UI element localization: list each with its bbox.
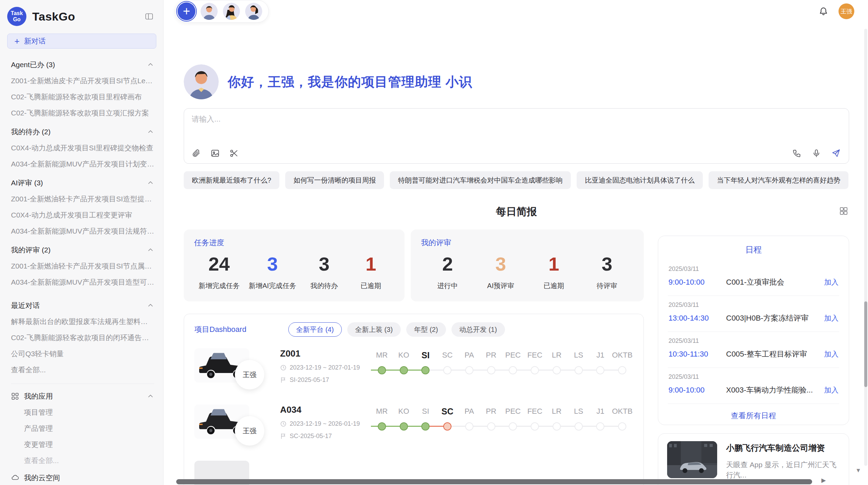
sidebar-item[interactable]: A034-全新新能源MUV产品开发项目造型可行性评审 <box>11 277 154 287</box>
sidebar-app-item[interactable]: 查看全部... <box>24 456 154 465</box>
sidebar-app-item[interactable]: 变更管理 <box>24 440 154 449</box>
send-icon[interactable] <box>831 149 841 158</box>
sidebar-item[interactable]: A034-全新新能源MUV产品开发项目法规符合性评审 <box>11 226 154 236</box>
schedule-title: X003-车辆动力学性能验... <box>726 385 824 395</box>
sidebar-item[interactable]: C02-飞腾新能源轻客改款项目立项汇报方案 <box>11 108 154 118</box>
join-meeting-link[interactable]: 加入 <box>824 385 839 395</box>
news-card[interactable]: 小鹏飞行汽车制造公司增资 天眼查 App 显示，近日广州汇天飞行汽... <box>658 433 849 485</box>
daily-briefing-title: 每日简报 <box>496 206 537 217</box>
topbar: + 王强 <box>164 0 868 23</box>
scroll-right-arrow-icon[interactable]: ▶ <box>821 477 826 484</box>
add-agent-button[interactable]: + <box>178 2 195 20</box>
greeting-text: 你好，王强，我是你的项目管理助理 小识 <box>228 73 472 91</box>
schedule-item: 2025/03/11 9:00-10:00 C001-立项审批会 加入 <box>668 260 839 296</box>
suggestion-chip[interactable]: 特朗普可能对进口汽车增税会对中国车企造成哪些影响 <box>390 171 571 189</box>
project-row-z001[interactable]: 王强 Z001 2023-12-19 ~ 2027-01-19 <box>194 348 633 393</box>
vertical-scrollbar-thumb[interactable] <box>864 301 867 387</box>
dashboard-filter-tab[interactable]: 动总开发 (1) <box>451 322 505 337</box>
sidebar-item[interactable]: 查看全部... <box>11 365 154 375</box>
image-icon[interactable] <box>210 149 220 158</box>
vertical-scrollbar-track[interactable] <box>864 29 867 466</box>
sidebar-item[interactable]: C0X4-动力总成开发项目工程变更评审 <box>11 210 154 220</box>
main-area: + 王强 <box>164 0 868 485</box>
flag-icon <box>280 433 287 439</box>
sidebar-item[interactable]: 公司Q3轻卡销量 <box>11 349 154 359</box>
stat-item: 1 已逾期 <box>535 253 573 290</box>
milestone-dot <box>596 366 604 374</box>
milestone-LS: LS <box>568 406 590 449</box>
project-dates: 2023-12-19 ~ 2026-01-19 <box>290 420 360 427</box>
schedule-title: C005-整车工程目标评审 <box>726 349 824 359</box>
phone-icon[interactable] <box>792 149 801 158</box>
scroll-down-arrow-icon[interactable]: ▼ <box>855 467 861 474</box>
join-meeting-link[interactable]: 加入 <box>824 313 839 323</box>
suggestion-chip[interactable]: 欧洲新规最近颁布了什么? <box>184 171 279 189</box>
agent-avatar-3[interactable] <box>245 3 262 20</box>
my-apps-header[interactable]: 我的应用 <box>11 391 154 401</box>
sidebar-item-cloud-space[interactable]: 我的云空间 <box>11 473 154 483</box>
sidebar-app-item[interactable]: 产品管理 <box>24 424 154 433</box>
new-chat-button[interactable]: + 新对话 <box>7 34 156 49</box>
stat-label: 待评审 <box>588 281 626 290</box>
stat-item: 3 我的待办 <box>305 253 343 290</box>
milestone-timeline: MRKOSISCPAPRPECFECLRLSJ1OKTB <box>371 405 633 449</box>
microphone-icon[interactable] <box>812 149 821 158</box>
project-row-a034[interactable]: 王强 A034 2023-12-19 ~ 2026-01-19 <box>194 405 633 449</box>
sidebar-item[interactable]: Z001-全新燃油轻卡产品开发项目SI节点属性5D文件评审 <box>11 261 154 271</box>
suggestion-chip[interactable]: 如何写一份清晰的项目周报 <box>285 171 384 189</box>
attachment-icon[interactable] <box>192 149 201 158</box>
milestone-dot <box>378 422 386 431</box>
composer-input[interactable] <box>192 114 841 143</box>
agent-avatar-2[interactable] <box>223 3 240 20</box>
stat-value: 1 <box>535 253 573 275</box>
suggestion-chip[interactable]: 比亚迪全固态电池计划具体说了什么 <box>577 171 703 189</box>
suggestion-chips: 欧洲新规最近颁布了什么? 如何写一份清晰的项目周报 特朗普可能对进口汽车增税会对… <box>184 171 849 189</box>
sidebar-item[interactable]: A034-全新新能源MUV产品开发项目计划变更表编写 <box>11 159 154 169</box>
section-header-recent-chats[interactable]: 最近对话 <box>11 301 154 310</box>
milestone-dot <box>531 366 539 374</box>
schedule-date: 2025/03/11 <box>668 265 839 273</box>
section-header-agent-done[interactable]: Agent已办 (3) <box>11 60 154 70</box>
user-avatar[interactable]: 王强 <box>839 3 854 19</box>
milestone-dot <box>421 422 430 431</box>
sidebar-item[interactable]: C0X4-动力总成开发项目SI里程碑提交物检查 <box>11 143 154 153</box>
milestone-FEC: FEC <box>524 350 546 393</box>
section-title: 我的待办 (2) <box>11 127 51 137</box>
join-meeting-link[interactable]: 加入 <box>824 277 839 287</box>
sidebar-item[interactable]: Z001-全新燃油皮卡产品开发项目SI节点Lesson Learn报告 <box>11 76 154 86</box>
section-title: 最近对话 <box>11 301 40 310</box>
stat-label: AI预评审 <box>482 281 520 290</box>
milestone-dot <box>465 366 473 374</box>
scissors-icon[interactable] <box>229 149 239 158</box>
schedule-time: 10:30-11:30 <box>668 350 726 359</box>
section-header-my-review[interactable]: 我的评审 (2) <box>11 245 154 255</box>
section-header-ai-review[interactable]: AI评审 (3) <box>11 178 154 188</box>
sidebar-item[interactable]: 解释最新出台的欧盟报废车法规再生塑料比例被调至15%... <box>11 317 154 326</box>
schedule-time: 13:00-14:30 <box>668 314 726 323</box>
schedule-title: C003|H0B-方案冻结评审 <box>726 313 824 323</box>
view-all-schedule-link[interactable]: 查看所有日程 <box>658 411 849 421</box>
cloud-icon <box>11 474 19 482</box>
notification-bell-icon[interactable] <box>819 7 828 16</box>
sidebar-item[interactable]: Z001-全新燃油轻卡产品开发项目SI造型提交物评审 <box>11 194 154 204</box>
horizontal-scrollbar-thumb[interactable] <box>176 479 812 484</box>
suggestion-chip[interactable]: 当下年轻人对汽车外观有怎样的喜好趋势 <box>709 171 848 189</box>
stat-label: 进行中 <box>429 281 467 290</box>
schedule-item: 2025/03/11 13:00-14:30 C003|H0B-方案冻结评审 加… <box>668 296 839 332</box>
join-meeting-link[interactable]: 加入 <box>824 349 839 359</box>
dashboard-filter-tab[interactable]: 全新平台 (4) <box>288 322 342 337</box>
sidebar-app-item[interactable]: 项目管理 <box>24 408 154 417</box>
sidebar-item[interactable]: C02-飞腾新能源轻客改款项目里程碑画布 <box>11 92 154 102</box>
dashboard-filter-tab[interactable]: 年型 (2) <box>406 322 446 337</box>
sidebar-item[interactable]: C02-飞腾新能源轻客改款项目的闭环通告反馈情况 <box>11 333 154 343</box>
milestone-dot <box>400 366 408 374</box>
dashboard-filter-tab[interactable]: 全新上装 (3) <box>347 322 401 337</box>
layout-grid-icon[interactable] <box>839 206 848 217</box>
stat-item: 3 新增AI完成任务 <box>249 253 296 290</box>
app-logo: Task Go <box>7 7 26 26</box>
agent-avatar-1[interactable] <box>201 3 218 20</box>
milestone-dot <box>575 422 583 431</box>
collapse-sidebar-icon[interactable] <box>145 12 154 21</box>
section-header-my-todo[interactable]: 我的待办 (2) <box>11 127 154 137</box>
milestone-KO: KO <box>393 350 415 393</box>
